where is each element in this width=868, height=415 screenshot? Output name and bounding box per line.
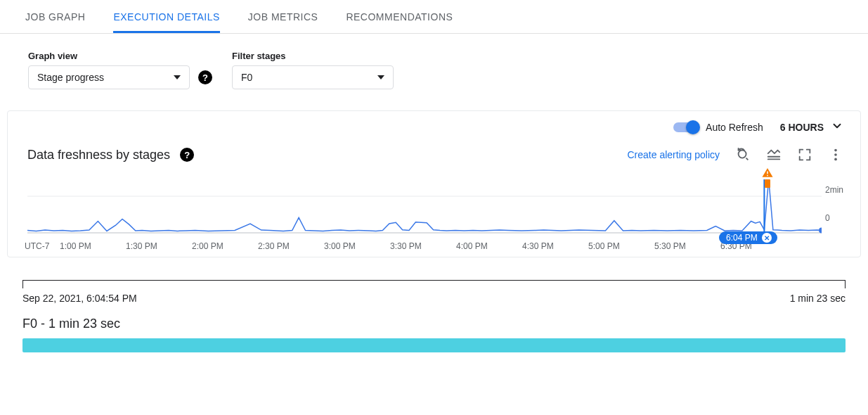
chevron-down-icon	[831, 120, 843, 134]
y-tick-min: 0	[825, 213, 843, 223]
create-alerting-policy-link[interactable]: Create alerting policy	[627, 149, 720, 160]
svg-point-4	[834, 153, 837, 156]
warning-icon	[761, 167, 774, 178]
panel-top-bar: Auto Refresh 6 HOURS	[8, 111, 860, 143]
alert-bar-icon	[765, 179, 770, 188]
detail-rule	[22, 280, 846, 291]
graph-view-group: Graph view Stage progress ?	[28, 51, 212, 89]
tab-job-graph[interactable]: JOB GRAPH	[25, 1, 85, 33]
help-icon[interactable]: ?	[180, 148, 194, 162]
more-icon[interactable]	[828, 147, 843, 162]
x-tick: 4:00 PM	[456, 241, 522, 251]
svg-rect-6	[767, 172, 768, 174]
x-tick: 2:30 PM	[258, 241, 324, 251]
line-chart[interactable]	[27, 177, 822, 240]
graph-view-select[interactable]: Stage progress	[28, 65, 190, 89]
reset-zoom-icon[interactable]	[735, 147, 751, 162]
filter-stages-label: Filter stages	[232, 51, 394, 61]
detail-duration: 1 min 23 sec	[790, 293, 846, 304]
svg-point-0	[739, 151, 746, 158]
tab-job-metrics[interactable]: JOB METRICS	[248, 1, 318, 33]
tab-recommendations[interactable]: RECOMMENDATIONS	[346, 1, 453, 33]
fullscreen-icon[interactable]	[797, 147, 812, 162]
svg-point-3	[834, 149, 837, 152]
chart-area[interactable]: 2min 0 6:04 PM ✕ UTC-71:00 PM1:30 PM2:00…	[8, 167, 860, 251]
graph-view-value: Stage progress	[37, 72, 104, 83]
close-icon[interactable]: ✕	[762, 233, 772, 243]
chevron-down-icon	[174, 75, 181, 79]
x-tick: 4:30 PM	[522, 241, 588, 251]
x-tick: 1:00 PM	[60, 241, 126, 251]
timezone-label: UTC-7	[25, 241, 60, 251]
auto-refresh-label: Auto Refresh	[706, 122, 763, 133]
auto-refresh-toggle[interactable]	[673, 122, 697, 132]
svg-point-5	[834, 158, 837, 161]
x-tick: 5:30 PM	[654, 241, 720, 251]
panel-title-row: Data freshness by stages ? Create alerti…	[8, 143, 860, 167]
filter-stages-value: F0	[241, 72, 252, 83]
x-axis-labels: UTC-71:00 PM1:30 PM2:00 PM2:30 PM3:00 PM…	[25, 241, 843, 251]
detail-timestamp: Sep 22, 2021, 6:04:54 PM	[22, 293, 137, 304]
y-tick-max: 2min	[825, 185, 843, 195]
filter-stages-select[interactable]: F0	[232, 65, 394, 89]
controls-row: Graph view Stage progress ? Filter stage…	[0, 34, 868, 89]
selected-time-badge[interactable]: 6:04 PM ✕	[719, 231, 777, 244]
help-icon[interactable]: ?	[198, 70, 212, 84]
graph-view-label: Graph view	[28, 51, 212, 61]
tabs-bar: JOB GRAPH EXECUTION DETAILS JOB METRICS …	[0, 0, 868, 34]
stage-detail: Sep 22, 2021, 6:04:54 PM 1 min 23 sec F0…	[22, 280, 846, 352]
filter-stages-group: Filter stages F0	[232, 51, 394, 89]
alert-marker[interactable]	[761, 167, 774, 188]
svg-point-11	[819, 228, 822, 234]
x-tick: 3:30 PM	[390, 241, 456, 251]
chevron-down-icon	[377, 75, 384, 79]
stage-title: F0 - 1 min 23 sec	[22, 317, 846, 331]
chart-panel: Auto Refresh 6 HOURS Data freshness by s…	[7, 110, 861, 257]
x-tick: 2:00 PM	[192, 241, 258, 251]
y-axis-labels: 2min 0	[825, 167, 843, 223]
svg-rect-7	[767, 175, 768, 177]
time-range-select[interactable]: 6 HOURS	[780, 120, 843, 134]
panel-title: Data freshness by stages	[27, 148, 170, 162]
x-tick: 1:30 PM	[126, 241, 192, 251]
stage-progress-bar[interactable]	[22, 338, 846, 352]
x-tick: 5:00 PM	[588, 241, 654, 251]
legend-icon[interactable]	[766, 147, 782, 162]
tab-execution-details[interactable]: EXECUTION DETAILS	[113, 1, 219, 33]
x-tick: 3:00 PM	[324, 241, 390, 251]
selected-time-text: 6:04 PM	[726, 233, 758, 243]
time-range-value: 6 HOURS	[780, 122, 824, 133]
